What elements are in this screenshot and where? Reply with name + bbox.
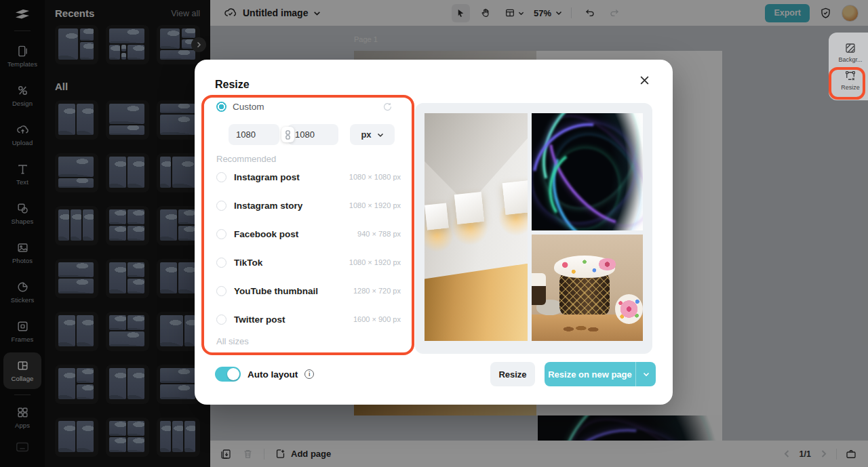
preset-label: Instagram story [234, 201, 302, 211]
radio-unselected-icon[interactable] [216, 229, 226, 239]
background-icon [844, 42, 856, 54]
resize-modal: Resize Custom px Recommended [195, 60, 673, 405]
background-tool[interactable]: Backgr... [838, 42, 862, 63]
chevron-down-icon [643, 371, 650, 378]
preset-label: TikTok [234, 258, 262, 268]
radio-unselected-icon[interactable] [216, 201, 226, 211]
height-input[interactable] [288, 124, 338, 145]
radio-unselected-icon[interactable] [216, 286, 226, 296]
resize-icon [844, 70, 856, 82]
preview-image-interior [425, 113, 528, 341]
preset-size: 1280 × 720 px [353, 287, 401, 295]
resize-tool[interactable]: Resize [841, 70, 860, 91]
unit-value: px [361, 129, 371, 140]
preset-size: 940 × 788 px [357, 230, 401, 238]
resize-on-new-page-button[interactable]: Resize on new page [545, 362, 656, 386]
app-window: Templates Design Upload Text Shapes Phot… [0, 0, 868, 467]
size-inputs: px [229, 124, 395, 145]
preset-row[interactable]: YouTube thumbnail 1280 × 720 px [216, 277, 401, 305]
preset-list: Instagram post 1080 × 1080 px Instagram … [216, 163, 401, 333]
reset-icon[interactable] [382, 102, 393, 112]
width-input[interactable] [229, 124, 279, 145]
aspect-link-icon[interactable] [281, 127, 294, 142]
preset-label: Instagram post [234, 172, 300, 182]
preset-label: YouTube thumbnail [234, 286, 318, 296]
resize-tool-label: Resize [841, 84, 860, 91]
preset-label: Facebook post [234, 229, 298, 239]
auto-layout-label: Auto layout [248, 369, 298, 380]
split-button-chevron[interactable] [635, 362, 656, 386]
preset-row[interactable]: TikTok 1080 × 1920 px [216, 248, 401, 277]
radio-unselected-icon[interactable] [216, 258, 226, 268]
radio-selected-icon[interactable] [216, 102, 226, 112]
chevron-down-icon [377, 131, 384, 138]
radio-unselected-icon[interactable] [216, 314, 226, 325]
preset-size: 1600 × 900 px [353, 315, 401, 323]
preset-size: 1080 × 1920 px [349, 201, 401, 209]
unit-select[interactable]: px [350, 124, 395, 145]
custom-size-option[interactable]: Custom [216, 102, 393, 112]
right-tools-panel: Backgr... Resize [829, 33, 868, 100]
preset-row[interactable]: Instagram post 1080 × 1080 px [216, 163, 401, 191]
preset-row[interactable]: Instagram story 1080 × 1920 px [216, 191, 401, 220]
info-icon[interactable]: i [304, 369, 314, 379]
preview-image-cake [532, 235, 643, 341]
resize-preview [415, 103, 652, 354]
preset-size: 1080 × 1920 px [349, 258, 401, 266]
preset-label: Twitter post [234, 314, 285, 325]
modal-title: Resize [215, 79, 250, 91]
preset-size: 1080 × 1080 px [349, 173, 401, 181]
resize-button[interactable]: Resize [490, 362, 535, 386]
auto-layout-toggle[interactable] [215, 367, 241, 382]
resize-on-new-page-label: Resize on new page [545, 362, 635, 386]
preview-image-abstract [532, 113, 643, 230]
preset-row[interactable]: Twitter post 1600 × 900 px [216, 305, 401, 333]
custom-label: Custom [233, 102, 264, 112]
background-tool-label: Backgr... [838, 56, 862, 63]
preset-row[interactable]: Facebook post 940 × 788 px [216, 220, 401, 248]
radio-unselected-icon[interactable] [216, 172, 226, 182]
all-sizes-link[interactable]: All sizes [216, 336, 249, 346]
close-button[interactable] [637, 73, 651, 87]
modal-footer: Auto layout i Resize Resize on new page [195, 362, 673, 386]
close-icon [639, 75, 650, 85]
